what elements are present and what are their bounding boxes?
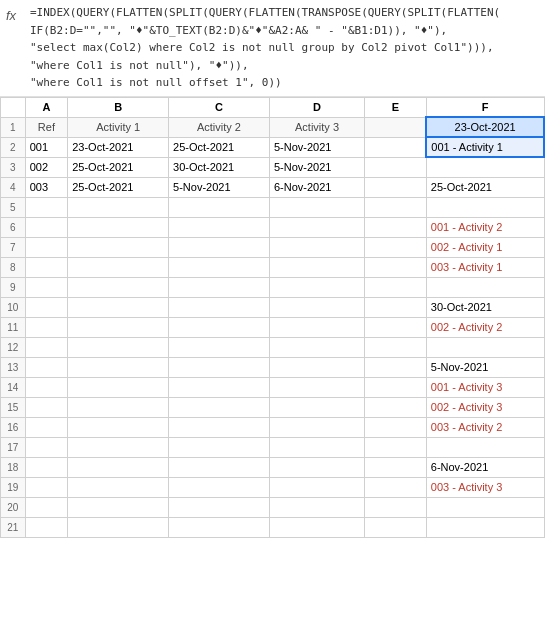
- cell-f-12[interactable]: [426, 337, 544, 357]
- cell-a-16[interactable]: [25, 417, 68, 437]
- cell-e-11[interactable]: [365, 317, 427, 337]
- cell-d-7[interactable]: [269, 237, 364, 257]
- cell-d-2[interactable]: 5-Nov-2021: [269, 137, 364, 157]
- cell-f-2[interactable]: 001 - Activity 1: [426, 137, 544, 157]
- cell-a-12[interactable]: [25, 337, 68, 357]
- cell-b-20[interactable]: [68, 497, 169, 517]
- cell-d-14[interactable]: [269, 377, 364, 397]
- cell-e-20[interactable]: [365, 497, 427, 517]
- cell-d-12[interactable]: [269, 337, 364, 357]
- cell-f-19[interactable]: 003 - Activity 3: [426, 477, 544, 497]
- cell-e-5[interactable]: [365, 197, 427, 217]
- cell-e-15[interactable]: [365, 397, 427, 417]
- cell-e-7[interactable]: [365, 237, 427, 257]
- cell-e-21[interactable]: [365, 517, 427, 537]
- cell-f-17[interactable]: [426, 437, 544, 457]
- cell-d-5[interactable]: [269, 197, 364, 217]
- cell-c-17[interactable]: [169, 437, 270, 457]
- cell-d-15[interactable]: [269, 397, 364, 417]
- cell-a-6[interactable]: [25, 217, 68, 237]
- cell-d-10[interactable]: [269, 297, 364, 317]
- cell-c-3[interactable]: 30-Oct-2021: [169, 157, 270, 177]
- cell-f-5[interactable]: [426, 197, 544, 217]
- cell-e-9[interactable]: [365, 277, 427, 297]
- cell-b-19[interactable]: [68, 477, 169, 497]
- cell-e-19[interactable]: [365, 477, 427, 497]
- cell-f-8[interactable]: 003 - Activity 1: [426, 257, 544, 277]
- cell-c-8[interactable]: [169, 257, 270, 277]
- cell-c-11[interactable]: [169, 317, 270, 337]
- cell-f-18[interactable]: 6-Nov-2021: [426, 457, 544, 477]
- cell-a-18[interactable]: [25, 457, 68, 477]
- cell-f-20[interactable]: [426, 497, 544, 517]
- cell-a-1[interactable]: Ref: [25, 117, 68, 137]
- cell-b-4[interactable]: 25-Oct-2021: [68, 177, 169, 197]
- cell-b-17[interactable]: [68, 437, 169, 457]
- cell-c-2[interactable]: 25-Oct-2021: [169, 137, 270, 157]
- cell-f-10[interactable]: 30-Oct-2021: [426, 297, 544, 317]
- cell-f-14[interactable]: 001 - Activity 3: [426, 377, 544, 397]
- cell-c-5[interactable]: [169, 197, 270, 217]
- cell-f-9[interactable]: [426, 277, 544, 297]
- cell-d-9[interactable]: [269, 277, 364, 297]
- cell-e-17[interactable]: [365, 437, 427, 457]
- cell-f-4[interactable]: 25-Oct-2021: [426, 177, 544, 197]
- cell-c-1[interactable]: Activity 2: [169, 117, 270, 137]
- cell-b-16[interactable]: [68, 417, 169, 437]
- cell-a-19[interactable]: [25, 477, 68, 497]
- cell-f-7[interactable]: 002 - Activity 1: [426, 237, 544, 257]
- cell-a-20[interactable]: [25, 497, 68, 517]
- cell-d-1[interactable]: Activity 3: [269, 117, 364, 137]
- cell-e-3[interactable]: [365, 157, 427, 177]
- cell-f-13[interactable]: 5-Nov-2021: [426, 357, 544, 377]
- cell-b-9[interactable]: [68, 277, 169, 297]
- cell-a-13[interactable]: [25, 357, 68, 377]
- cell-a-15[interactable]: [25, 397, 68, 417]
- cell-d-17[interactable]: [269, 437, 364, 457]
- cell-b-6[interactable]: [68, 217, 169, 237]
- cell-b-8[interactable]: [68, 257, 169, 277]
- cell-c-4[interactable]: 5-Nov-2021: [169, 177, 270, 197]
- cell-e-4[interactable]: [365, 177, 427, 197]
- cell-c-21[interactable]: [169, 517, 270, 537]
- cell-c-7[interactable]: [169, 237, 270, 257]
- cell-f-11[interactable]: 002 - Activity 2: [426, 317, 544, 337]
- cell-a-8[interactable]: [25, 257, 68, 277]
- cell-c-13[interactable]: [169, 357, 270, 377]
- cell-a-4[interactable]: 003: [25, 177, 68, 197]
- cell-a-5[interactable]: [25, 197, 68, 217]
- cell-e-1[interactable]: [365, 117, 427, 137]
- cell-d-19[interactable]: [269, 477, 364, 497]
- cell-c-20[interactable]: [169, 497, 270, 517]
- cell-b-12[interactable]: [68, 337, 169, 357]
- cell-c-12[interactable]: [169, 337, 270, 357]
- cell-b-11[interactable]: [68, 317, 169, 337]
- cell-a-14[interactable]: [25, 377, 68, 397]
- cell-e-18[interactable]: [365, 457, 427, 477]
- cell-c-6[interactable]: [169, 217, 270, 237]
- cell-b-21[interactable]: [68, 517, 169, 537]
- cell-c-10[interactable]: [169, 297, 270, 317]
- cell-f-6[interactable]: 001 - Activity 2: [426, 217, 544, 237]
- cell-c-19[interactable]: [169, 477, 270, 497]
- cell-e-16[interactable]: [365, 417, 427, 437]
- cell-a-17[interactable]: [25, 437, 68, 457]
- cell-e-8[interactable]: [365, 257, 427, 277]
- cell-e-13[interactable]: [365, 357, 427, 377]
- cell-b-15[interactable]: [68, 397, 169, 417]
- cell-d-11[interactable]: [269, 317, 364, 337]
- cell-d-16[interactable]: [269, 417, 364, 437]
- cell-f-15[interactable]: 002 - Activity 3: [426, 397, 544, 417]
- cell-b-14[interactable]: [68, 377, 169, 397]
- cell-e-14[interactable]: [365, 377, 427, 397]
- cell-f-1[interactable]: 23-Oct-2021: [426, 117, 544, 137]
- cell-e-12[interactable]: [365, 337, 427, 357]
- cell-c-16[interactable]: [169, 417, 270, 437]
- cell-d-6[interactable]: [269, 217, 364, 237]
- cell-f-16[interactable]: 003 - Activity 2: [426, 417, 544, 437]
- cell-d-18[interactable]: [269, 457, 364, 477]
- cell-b-5[interactable]: [68, 197, 169, 217]
- cell-d-20[interactable]: [269, 497, 364, 517]
- cell-b-7[interactable]: [68, 237, 169, 257]
- cell-b-10[interactable]: [68, 297, 169, 317]
